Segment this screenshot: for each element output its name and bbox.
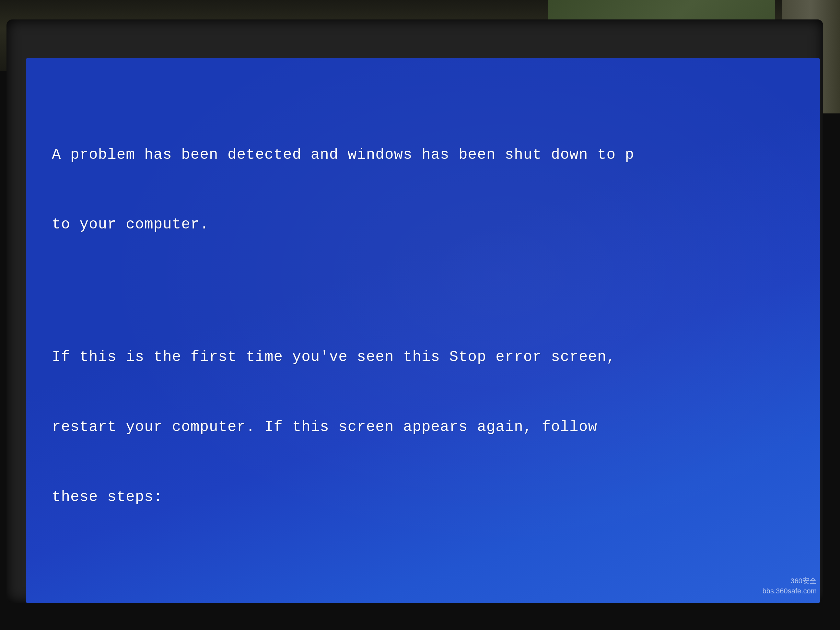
monitor-bezel: A problem has been detected and windows …	[6, 19, 823, 603]
bsod-line-3: If this is the first time you've seen th…	[52, 346, 765, 369]
bsod-line-2: to your computer.	[52, 213, 765, 236]
photo-frame: A problem has been detected and windows …	[0, 0, 840, 630]
watermark: 360安全 bbs.360safe.com	[762, 576, 817, 596]
bsod-blank-1	[52, 283, 765, 300]
bsod-screen: A problem has been detected and windows …	[26, 58, 820, 603]
bsod-line-5: these steps:	[52, 486, 765, 509]
bsod-blank-2	[52, 556, 765, 572]
bsod-line-1: A problem has been detected and windows …	[52, 144, 765, 167]
bsod-content: A problem has been detected and windows …	[52, 97, 765, 603]
watermark-line1: 360安全	[762, 576, 817, 586]
watermark-line2: bbs.360safe.com	[762, 586, 817, 596]
bsod-line-4: restart your computer. If this screen ap…	[52, 416, 765, 439]
